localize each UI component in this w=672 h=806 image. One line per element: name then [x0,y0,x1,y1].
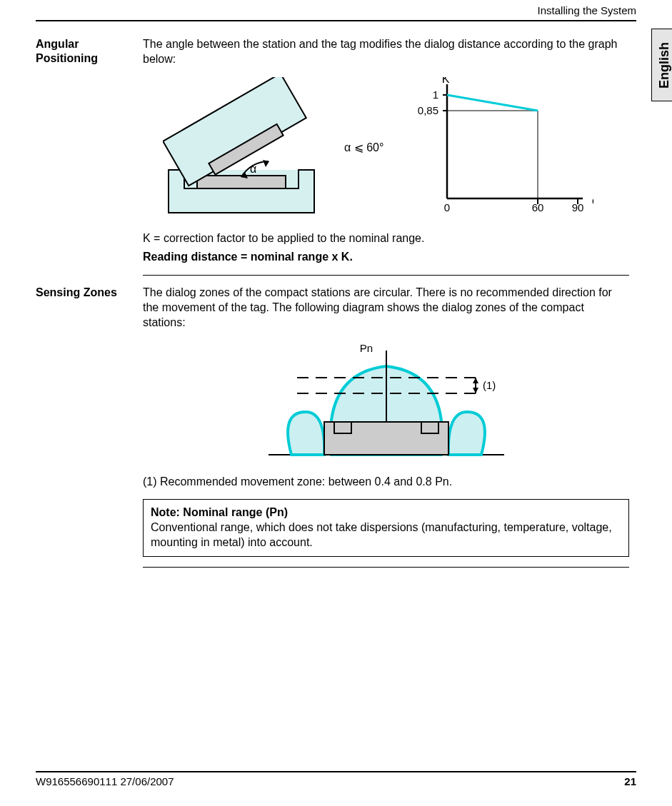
heading-line-2: Positioning [36,52,98,64]
svg-marker-23 [473,378,478,383]
note-title: Note: Nominal range (Pn) [151,506,288,518]
svg-rect-2 [163,77,306,186]
reading-distance-formula: Reading distance = nominal range x K. [143,250,629,265]
section-divider-1 [143,275,629,276]
footer-page-number: 21 [624,775,636,787]
chart-tick-x90: 90 [572,201,584,213]
header-title: Installing the System [538,4,636,16]
figure-sensing-zones: Pn (1) [247,341,526,469]
svg-rect-17 [334,422,351,433]
sensing-intro-text: The dialog zones of the compact stations… [143,286,629,330]
chart-alpha-axis-label: α (°) [592,194,593,206]
note-body: Conventional range, which does not take … [151,521,612,548]
alpha-condition: α ⩽ 60° [344,141,383,156]
svg-rect-18 [421,422,438,433]
section-sensing-heading: Sensing Zones [36,286,129,300]
svg-marker-24 [473,388,478,393]
zone-callout-1: (1) [483,379,496,391]
section-angular-heading: Angular Positioning [36,37,129,66]
chart-k-label: K [442,77,450,85]
angular-intro-text: The angle between the station and the ta… [143,37,629,67]
language-tab: English [651,29,672,101]
section-divider-2 [143,567,629,568]
k-explain-text: K = correction factor to be applied to t… [143,231,629,246]
sensing-caption: (1) Recommended movement zone: between 0… [143,475,629,490]
heading-line-1: Angular [36,38,79,50]
chart-tick-x0: 0 [444,201,450,213]
figure-angle-diagram: α [163,77,320,220]
page-footer: W916556690111 27/06/2007 21 [36,771,636,787]
chart-tick-x60: 60 [532,201,544,213]
chart-tick-1: 1 [433,89,438,101]
note-box: Note: Nominal range (Pn) Conventional ra… [143,499,629,556]
page-header: Installing the System [36,0,636,21]
svg-line-14 [447,95,538,111]
footer-docref: W916556690111 27/06/2007 [36,775,174,787]
pn-label: Pn [359,342,372,354]
figure-k-chart: K 1 0,85 0 60 90 α (°) [408,77,593,220]
alpha-symbol: α [250,163,256,175]
chart-tick-085: 0,85 [418,104,438,116]
language-tab-label: English [657,41,672,88]
svg-rect-1 [197,176,286,188]
